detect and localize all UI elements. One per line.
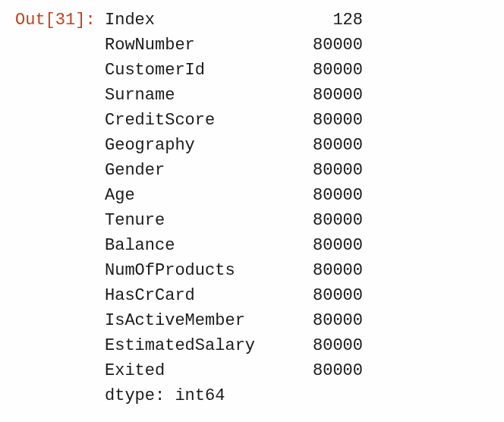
series-key: CustomerId <box>105 58 295 83</box>
series-value: 80000 <box>295 283 363 308</box>
series-value: 80000 <box>295 333 363 358</box>
series-key: Tenure <box>105 208 295 233</box>
series-row: RowNumber80000 <box>105 33 489 58</box>
series-key: EstimatedSalary <box>105 333 295 358</box>
series-key: Age <box>105 183 295 208</box>
series-row: NumOfProducts80000 <box>105 258 489 283</box>
series-key: NumOfProducts <box>105 258 295 283</box>
dtype-footer: dtype: int64 <box>105 383 489 408</box>
output-body: Index128RowNumber80000CustomerId80000Sur… <box>105 8 489 408</box>
series-key: Balance <box>105 233 295 258</box>
series-value: 80000 <box>295 208 363 233</box>
series-value: 80000 <box>295 358 363 383</box>
series-key: CreditScore <box>105 108 295 133</box>
series-row: Index128 <box>105 8 489 33</box>
jupyter-output-cell: Out[31]: Index128RowNumber80000CustomerI… <box>15 8 489 408</box>
series-value: 80000 <box>295 233 363 258</box>
series-row: CustomerId80000 <box>105 58 489 83</box>
series-key: Surname <box>105 83 295 108</box>
series-key: IsActiveMember <box>105 308 295 333</box>
series-row: Surname80000 <box>105 83 489 108</box>
series-value: 80000 <box>295 83 363 108</box>
series-key: RowNumber <box>105 33 295 58</box>
series-value: 80000 <box>295 158 363 183</box>
series-value: 80000 <box>295 308 363 333</box>
series-value: 80000 <box>295 258 363 283</box>
series-row: Tenure80000 <box>105 208 489 233</box>
series-row: IsActiveMember80000 <box>105 308 489 333</box>
series-row: Gender80000 <box>105 158 489 183</box>
series-value: 128 <box>295 8 363 33</box>
series-row: Balance80000 <box>105 233 489 258</box>
series-value: 80000 <box>295 108 363 133</box>
series-row: CreditScore80000 <box>105 108 489 133</box>
series-key: Gender <box>105 158 295 183</box>
series-row: Geography80000 <box>105 133 489 158</box>
series-value: 80000 <box>295 183 363 208</box>
series-value: 80000 <box>295 33 363 58</box>
series-value: 80000 <box>295 58 363 83</box>
series-key: Exited <box>105 358 295 383</box>
series-row: HasCrCard80000 <box>105 283 489 308</box>
series-key: HasCrCard <box>105 283 295 308</box>
series-row: Age80000 <box>105 183 489 208</box>
output-prompt-label: Out[31]: <box>15 8 105 33</box>
series-key: Geography <box>105 133 295 158</box>
series-row: Exited80000 <box>105 358 489 383</box>
series-value: 80000 <box>295 133 363 158</box>
series-key: Index <box>105 8 295 33</box>
series-row: EstimatedSalary80000 <box>105 333 489 358</box>
